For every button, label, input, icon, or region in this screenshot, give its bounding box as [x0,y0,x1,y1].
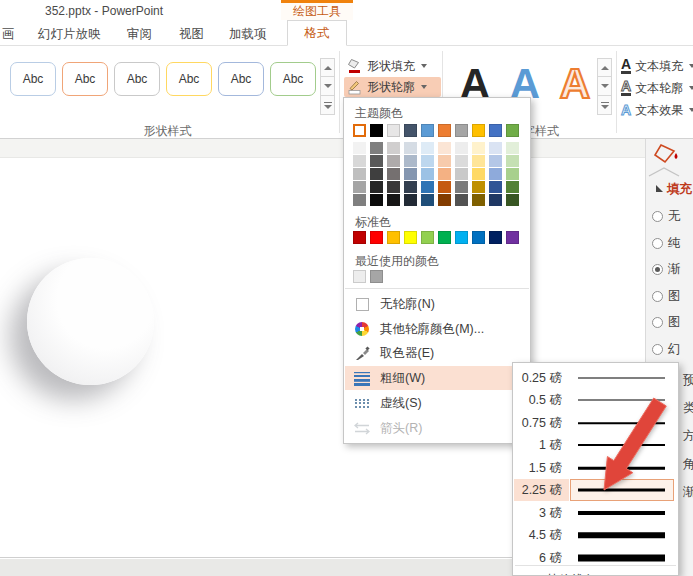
standard-color-swatch[interactable] [455,231,468,244]
theme-variant-swatch[interactable] [387,155,400,167]
radio-button[interactable] [652,317,663,328]
standard-color-swatch[interactable] [353,231,366,244]
theme-variant-swatch[interactable] [455,181,468,193]
radio-button[interactable] [652,291,663,302]
radio-button-selected[interactable] [652,264,663,275]
theme-variant-swatch[interactable] [370,168,383,180]
gallery-scroll-up-button[interactable] [597,58,612,77]
shape-style-item[interactable]: Abc [114,62,160,96]
radio-button[interactable] [652,344,663,355]
theme-variant-swatch[interactable] [421,194,434,206]
fill-option-radio-row[interactable]: 无 [652,209,681,223]
theme-variant-swatch[interactable] [438,194,451,206]
weight-option-0.25磅[interactable]: 0.25 磅 [514,367,677,389]
theme-variant-swatch[interactable] [489,194,502,206]
fill-option-radio-row[interactable]: 幻 [652,342,681,356]
menu-item-dashes[interactable]: 虚线(S) [345,391,529,415]
theme-variant-swatch[interactable] [489,142,502,154]
gallery-scroll-down-button[interactable] [320,77,335,96]
gallery-scroll-up-button[interactable] [320,58,335,77]
standard-color-swatch[interactable] [506,231,519,244]
tab-format-active[interactable]: 格式 [287,20,347,46]
standard-color-swatch[interactable] [472,231,485,244]
theme-variant-swatch[interactable] [506,194,519,206]
standard-color-swatch[interactable] [421,231,434,244]
contextual-tab-drawing-tools[interactable]: 绘图工具 [281,0,353,20]
theme-variant-swatch[interactable] [472,194,485,206]
standard-color-swatch[interactable] [370,231,383,244]
theme-variant-swatch[interactable] [438,168,451,180]
menu-item-more-outline-colors[interactable]: 其他轮廓颜色(M)... [345,317,529,341]
theme-variant-swatch[interactable] [404,168,417,180]
theme-variant-swatch[interactable] [438,155,451,167]
theme-variant-swatch[interactable] [455,155,468,167]
recent-color-swatch[interactable] [353,270,366,283]
theme-variant-swatch[interactable] [404,142,417,154]
theme-variant-swatch[interactable] [438,142,451,154]
theme-color-swatch[interactable] [455,124,468,137]
text-style-button-1[interactable]: A文本填充 [621,56,693,76]
menu-item-no-outline[interactable]: 无轮廓(N) [345,292,529,316]
theme-variant-swatch[interactable] [404,181,417,193]
theme-variant-swatch[interactable] [387,181,400,193]
theme-variant-swatch[interactable] [489,155,502,167]
text-style-button-3[interactable]: A文本效果 [621,100,693,120]
weight-option-4.5磅[interactable]: 4.5 磅 [514,524,677,546]
theme-variant-swatch[interactable] [455,142,468,154]
more-lines-item[interactable]: 其他线条(L)... [514,568,677,576]
wordart-style-item[interactable]: A [552,58,598,106]
theme-variant-swatch[interactable] [506,168,519,180]
standard-color-swatch[interactable] [438,231,451,244]
shape-style-item[interactable]: Abc [218,62,264,96]
theme-variant-swatch[interactable] [353,155,366,167]
theme-variant-swatch[interactable] [506,155,519,167]
theme-variant-swatch[interactable] [421,155,434,167]
theme-variant-swatch[interactable] [353,168,366,180]
theme-variant-swatch[interactable] [370,181,383,193]
theme-variant-swatch[interactable] [387,194,400,206]
theme-variant-swatch[interactable] [353,181,366,193]
menu-item-eyedropper[interactable]: 取色器(E) [345,341,529,365]
shape-style-item[interactable]: Abc [62,62,108,96]
theme-color-swatch[interactable] [404,124,417,137]
fill-option-radio-row[interactable]: 纯 [652,236,681,250]
theme-variant-swatch[interactable] [370,194,383,206]
theme-variant-swatch[interactable] [370,142,383,154]
tab-4[interactable]: 视图 [179,26,204,43]
theme-color-swatch[interactable] [506,124,519,137]
gallery-scroll-down-button[interactable] [597,77,612,96]
radio-button[interactable] [652,211,663,222]
theme-variant-swatch[interactable] [472,155,485,167]
shape-fill-button[interactable]: 形状填充 [344,56,441,76]
fill-option-radio-row[interactable]: 图 [652,289,681,303]
menu-item-weight[interactable]: 粗细(W) [345,366,529,390]
theme-variant-swatch[interactable] [455,168,468,180]
theme-variant-swatch[interactable] [455,194,468,206]
radio-button[interactable] [652,238,663,249]
recent-color-swatch[interactable] [370,270,383,283]
fill-section-header[interactable]: 填充 [656,181,692,198]
theme-variant-swatch[interactable] [489,181,502,193]
standard-color-swatch[interactable] [387,231,400,244]
theme-variant-swatch[interactable] [472,142,485,154]
white-circle-shape[interactable] [27,258,154,385]
theme-color-swatch[interactable] [472,124,485,137]
theme-color-swatch[interactable] [421,124,434,137]
text-style-button-2[interactable]: A文本轮廓 [621,78,693,98]
shape-style-item[interactable]: Abc [10,62,56,96]
theme-color-swatch[interactable] [489,124,502,137]
theme-variant-swatch[interactable] [438,181,451,193]
theme-variant-swatch[interactable] [421,168,434,180]
weight-option-3磅[interactable]: 3 磅 [514,502,677,524]
theme-variant-swatch[interactable] [506,142,519,154]
theme-variant-swatch[interactable] [421,142,434,154]
theme-color-swatch[interactable] [387,124,400,137]
theme-variant-swatch[interactable] [353,142,366,154]
tab-1[interactable]: 画 [2,26,15,43]
gallery-more-button[interactable] [320,96,335,115]
theme-variant-swatch[interactable] [404,194,417,206]
theme-color-swatch[interactable] [370,124,383,137]
theme-variant-swatch[interactable] [472,181,485,193]
theme-variant-swatch[interactable] [506,181,519,193]
shape-style-item[interactable]: Abc [270,62,316,96]
